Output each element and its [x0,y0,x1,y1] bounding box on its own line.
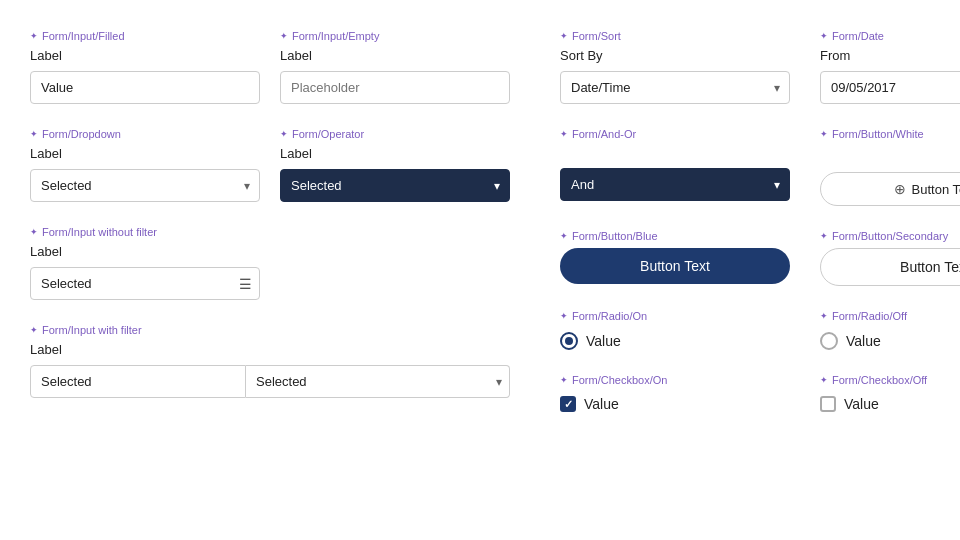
form-and-or-select[interactable]: And Or [560,168,790,201]
radio-on-indicator[interactable] [560,332,578,350]
form-sort-label: Sort By [560,48,790,63]
form-radio-on-tag: Form/Radio/On [560,310,790,322]
form-checkbox-on-block: Form/Checkbox/On Value [560,374,790,412]
form-input-with-filter-right[interactable]: Selected [246,365,510,398]
form-input-without-filter-label: Label [30,244,510,259]
form-sort-tag: Form/Sort [560,30,790,42]
form-dropdown-tag: Form/Dropdown [30,128,260,140]
form-input-with-filter-label: Label [30,342,510,357]
form-dropdown-block: Form/Dropdown Label Selected ▾ [30,128,260,202]
form-radio-on-value: Value [586,333,621,349]
form-radio-off-row: Value [820,332,960,350]
form-input-empty-block: Form/Input/Empty Label [280,30,510,104]
form-button-secondary-btn[interactable]: Button Text [820,248,960,286]
form-radio-on-block: Form/Radio/On Value [560,310,790,350]
form-operator-label: Label [280,146,510,161]
form-button-white-block: Form/Button/White ⊕ Button Text [820,128,960,206]
form-button-secondary-text: Button Text [900,259,960,275]
form-input-with-filter-tag: Form/Input with filter [30,324,510,336]
form-input-filled-label: Label [30,48,260,63]
form-radio-on-row: Value [560,332,790,350]
form-checkbox-off-value: Value [844,396,879,412]
form-and-or-block: Form/And-Or And Or ▾ [560,128,790,206]
form-input-filled-tag: Form/Input/Filled [30,30,260,42]
form-date-label: From [820,48,960,63]
form-operator-block: Form/Operator Label Selected ▾ [280,128,510,202]
checkbox-on-indicator[interactable] [560,396,576,412]
form-operator-tag: Form/Operator [280,128,510,140]
form-button-white-btn[interactable]: ⊕ Button Text [820,172,960,206]
form-button-blue-btn[interactable]: Button Text [560,248,790,284]
filter-icon: ☰ [239,276,252,292]
form-input-empty-label: Label [280,48,510,63]
form-dropdown-label: Label [30,146,260,161]
radio-off-indicator[interactable] [820,332,838,350]
dual-right-wrapper: Selected ▾ [246,365,510,398]
form-radio-off-block: Form/Radio/Off Value [820,310,960,350]
form-button-white-text: Button Text [912,182,960,197]
form-date-tag: Form/Date [820,30,960,42]
form-input-without-filter-input[interactable] [30,267,260,300]
form-and-or-tag: Form/And-Or [560,128,790,140]
form-checkbox-on-value: Value [584,396,619,412]
form-button-blue-text: Button Text [640,258,710,274]
form-button-white-tag: Form/Button/White [820,128,960,140]
form-dropdown-wrapper: Selected ▾ [30,169,260,202]
form-input-without-filter-block: Form/Input without filter Label ☰ [30,226,510,300]
form-checkbox-on-row: Value [560,396,790,412]
form-button-secondary-tag: Form/Button/Secondary [820,230,960,242]
form-sort-wrapper: Date/Time ▾ [560,71,790,104]
form-dropdown-select[interactable]: Selected [30,169,260,202]
form-button-blue-block: Form/Button/Blue Button Text [560,230,790,286]
form-input-empty-tag: Form/Input/Empty [280,30,510,42]
form-input-without-filter-wrapper: ☰ [30,267,260,300]
form-input-with-filter-block: Form/Input with filter Label Selected ▾ [30,324,510,398]
form-radio-off-value: Value [846,333,881,349]
form-date-block: Form/Date From 📅 [820,30,960,104]
form-button-secondary-block: Form/Button/Secondary Button Text [820,230,960,286]
form-operator-select[interactable]: Selected [280,169,510,202]
form-input-without-filter-tag: Form/Input without filter [30,226,510,238]
form-input-filled-input[interactable] [30,71,260,104]
form-checkbox-off-block: Form/Checkbox/Off Value [820,374,960,412]
form-operator-wrapper: Selected ▾ [280,169,510,202]
form-input-filled-block: Form/Input/Filled Label [30,30,260,104]
form-date-wrapper: 📅 [820,71,960,104]
form-and-or-wrapper: And Or ▾ [560,168,790,201]
form-sort-select[interactable]: Date/Time [560,71,790,104]
form-date-input[interactable] [820,71,960,104]
checkbox-off-indicator[interactable] [820,396,836,412]
form-input-with-filter-left[interactable] [30,365,246,398]
form-checkbox-off-row: Value [820,396,960,412]
plus-icon: ⊕ [894,181,906,197]
form-radio-off-tag: Form/Radio/Off [820,310,960,322]
form-checkbox-on-tag: Form/Checkbox/On [560,374,790,386]
form-input-empty-input[interactable] [280,71,510,104]
form-button-blue-tag: Form/Button/Blue [560,230,790,242]
form-checkbox-off-tag: Form/Checkbox/Off [820,374,960,386]
form-sort-block: Form/Sort Sort By Date/Time ▾ [560,30,790,104]
form-input-with-filter-wrapper: Selected ▾ [30,365,510,398]
